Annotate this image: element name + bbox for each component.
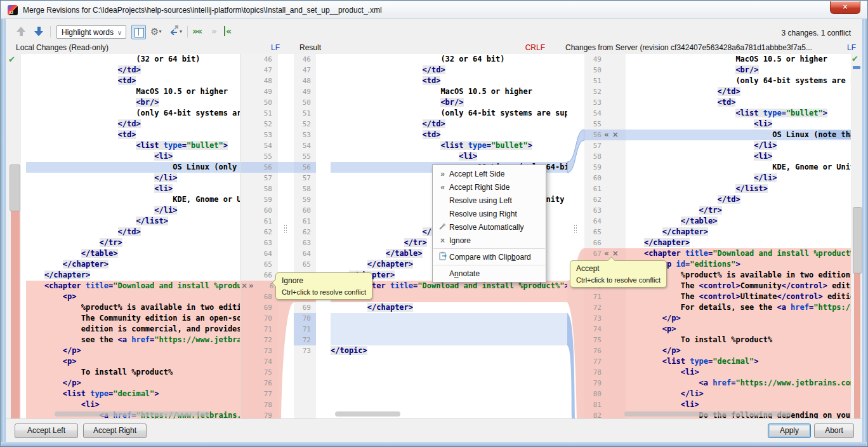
previous-change-button[interactable] — [15, 25, 27, 38]
menu-item-annotate[interactable]: Annotate — [433, 267, 546, 280]
code-line: </tr> — [626, 205, 851, 216]
menu-item-accept-right-side[interactable]: «Accept Right Side — [433, 180, 546, 194]
line-number: 66 — [240, 270, 272, 281]
left-scrollbar-strip[interactable]: ✔ — [6, 54, 21, 418]
menu-item-resolve-using-left[interactable]: Resolve using Left — [433, 194, 546, 207]
apply-all-non-conflicting-button[interactable]: »« — [192, 26, 201, 36]
line-number-row: 64 — [584, 216, 626, 227]
menu-item-label: Compare with Clipboard — [449, 253, 531, 262]
line-number: 74 — [240, 356, 272, 367]
line-number: 61 — [294, 216, 311, 227]
right-scrollbar-strip[interactable]: ✔ — [851, 54, 864, 418]
line-number-row: 58 — [240, 183, 278, 194]
left-editor-content[interactable]: (32 or 64 bit) </td> <td> MacOS 10.5 or … — [21, 54, 240, 418]
menu-item-compare-with-clipboard[interactable]: Compare with Clipboard — [433, 250, 546, 264]
splitter-grip[interactable] — [574, 224, 577, 233]
line-number-row: 54 — [584, 108, 626, 119]
line-number-row: 51 — [584, 76, 626, 86]
vertical-scrollbar-thumb[interactable] — [853, 207, 862, 274]
conflict-error-stripe[interactable] — [11, 210, 20, 418]
code-line: <td> — [331, 76, 567, 86]
menu-item-ignore[interactable]: ×Ignore — [433, 234, 546, 247]
menu-item-resolve-using-right[interactable]: Resolve using Right — [433, 207, 546, 220]
merge-arrows-icon — [169, 25, 180, 35]
line-number: 56 — [240, 162, 272, 173]
menu-separator — [433, 248, 545, 249]
line-number-row: 49 — [294, 86, 316, 97]
line-number: 48 — [294, 76, 311, 86]
left-horizontal-scrollbar[interactable] — [55, 411, 210, 417]
result-horizontal-scrollbar[interactable] — [335, 411, 400, 417]
line-number-row: 47 — [240, 65, 278, 76]
merge-actions-button[interactable]: ▾ — [169, 25, 186, 39]
change-marker[interactable] — [853, 66, 860, 69]
right-editor-content[interactable]: MacOS 10.5 or higher <br/> (only 64-bit … — [626, 54, 851, 418]
side-by-side-viewer-toggle[interactable] — [131, 25, 146, 39]
line-number: 51 — [584, 76, 602, 86]
line-number: 69 — [240, 302, 272, 313]
menu-item-accept-left-side[interactable]: »Accept Left Side — [433, 167, 546, 180]
code-line: <br/> — [26, 97, 240, 108]
result-editor-gutter: 4647484950515253545556575859606162636465… — [294, 54, 316, 418]
line-number: 59 — [240, 194, 272, 205]
menu-item-label: Resolve Automatically — [449, 223, 523, 232]
code-line: <list type="bullet"> — [626, 108, 851, 119]
window-border-right — [862, 18, 867, 446]
line-number-row: 61 — [584, 183, 626, 194]
line-number-row: 82 — [584, 410, 626, 418]
code-line: <p> — [26, 291, 240, 302]
code-line: OS Linux (only 64-bit — [26, 162, 240, 173]
code-line: <list type="bullet"> — [331, 140, 567, 151]
code-line: <br/> — [626, 65, 851, 76]
line-number: 55 — [584, 119, 602, 130]
line-number: 53 — [584, 97, 602, 108]
line-number: 46 — [240, 54, 272, 65]
line-number-row: 48 — [294, 76, 316, 86]
apply-change-icon[interactable]: « — [604, 130, 609, 140]
editor-settings-button[interactable]: ⚙▾ — [150, 25, 167, 39]
apply-button[interactable]: Apply — [768, 424, 811, 438]
line-number: 52 — [584, 86, 602, 97]
code-line: OS Linux (note that 64-bit — [626, 130, 851, 140]
conflict-error-stripe[interactable] — [854, 272, 860, 418]
title-bar[interactable]: IJ Merge Revisions for C:\IdeaProjects\h… — [1, 1, 867, 19]
code-line: (only 64-bit systems are supported) — [26, 108, 240, 119]
line-number-row: 64 — [294, 248, 316, 259]
accept-left-button[interactable]: Accept Left — [15, 424, 78, 438]
menu-item-label: Resolve using Right — [449, 210, 517, 218]
code-line: </li> — [626, 173, 851, 183]
apply-left-non-conflicting-button[interactable]: » — [211, 26, 216, 36]
code-line: </chapter> — [626, 237, 851, 248]
code-line: </list> — [26, 216, 240, 227]
apply-right-non-conflicting-button[interactable]: « — [224, 26, 230, 36]
ignore-change-icon[interactable]: × — [612, 130, 619, 140]
next-change-button[interactable] — [32, 25, 45, 38]
close-button[interactable]: × — [830, 1, 860, 14]
splitter-grip[interactable] — [284, 224, 287, 233]
apply-change-icon[interactable]: » — [249, 281, 254, 291]
vertical-scrollbar-thumb[interactable] — [10, 164, 20, 211]
menu-item-resolve-automatically[interactable]: Resolve Automatically — [433, 220, 546, 234]
ignore-tooltip: Ignore Ctrl+click to resolve conflict — [275, 272, 372, 300]
line-number-row: 65 — [584, 227, 626, 237]
line-number: 53 — [240, 130, 272, 140]
toolbar-separator — [50, 26, 51, 37]
left-change-connector-area — [278, 54, 294, 418]
line-number-row: 54 — [240, 140, 278, 151]
code-line: <list type="decimal"> — [26, 389, 240, 399]
menu-item-label: Annotate — [449, 269, 480, 278]
apply-change-icon[interactable]: « — [604, 249, 609, 258]
ignore-change-icon[interactable]: × — [612, 249, 619, 258]
right-horizontal-scrollbar[interactable] — [624, 411, 792, 417]
accept-tooltip: Accept Ctrl+click to resolve conflict — [570, 260, 667, 288]
highlight-mode-select[interactable]: Highlight words ∨ — [56, 25, 126, 39]
line-number-row: 74 — [584, 324, 626, 335]
accept-right-button[interactable]: Accept Right — [83, 424, 147, 438]
line-number: 67 — [584, 248, 602, 259]
line-number-row: 71 — [584, 291, 626, 302]
toolbar-separator — [187, 26, 188, 37]
line-number-row: 71 — [240, 324, 278, 335]
line-number-row: 75 — [240, 367, 278, 378]
abort-button[interactable]: Abort — [814, 424, 854, 438]
ignore-change-icon[interactable]: × — [241, 281, 247, 291]
